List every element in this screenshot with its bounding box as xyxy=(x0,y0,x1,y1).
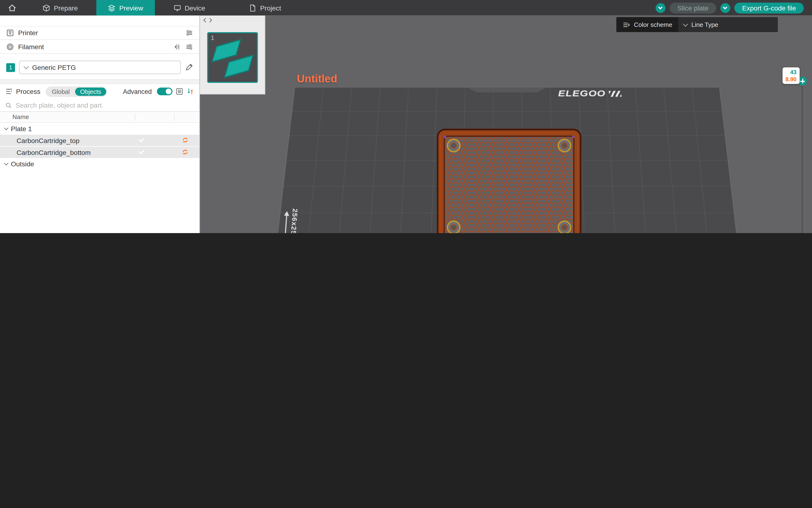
process-row: Process Global Objects Advanced xyxy=(0,84,199,99)
name-column-header: Name xyxy=(12,113,29,121)
thumb-object xyxy=(224,54,254,78)
chevron-left-icon xyxy=(204,18,208,22)
plate-thumbnail-index: 1 xyxy=(211,34,214,42)
tab-preview-label: Preview xyxy=(119,4,143,12)
plate-title: Untitled xyxy=(297,73,337,85)
app-window: Prepare Preview Device Project Slice pla… xyxy=(0,0,812,233)
object-name: CarbonCartridge_bottom xyxy=(17,149,91,156)
chevron-down-icon xyxy=(658,5,663,9)
plate-thumbnail-strip: 1 xyxy=(200,15,265,94)
chevron-down-icon xyxy=(4,161,8,165)
tab-project-label: Project xyxy=(260,4,281,12)
line-type-select[interactable]: Line Type xyxy=(678,17,778,32)
printer-icon xyxy=(6,29,14,37)
tab-prepare[interactable]: Prepare xyxy=(31,0,89,15)
object-list-header: Name xyxy=(0,112,199,123)
settings-list-icon[interactable] xyxy=(176,87,183,95)
layer-slider-top-badge: 43 8.90 xyxy=(782,67,800,84)
side-panel: Printer Filament 1 xyxy=(0,15,200,233)
plate-node-label: Plate 1 xyxy=(11,125,32,132)
chevron-down-icon xyxy=(683,21,688,26)
column-divider xyxy=(174,113,174,121)
brand-logo-text: ELEGOO xyxy=(558,88,606,98)
monitor-icon xyxy=(173,4,181,12)
process-icon xyxy=(5,87,13,95)
object-sync-icon[interactable] xyxy=(182,137,188,143)
thumb-object xyxy=(212,39,241,62)
tab-device-label: Device xyxy=(185,4,205,12)
tab-prepare-label: Prepare xyxy=(54,4,78,12)
topbar-actions: Slice plate Export G-code file xyxy=(656,0,812,15)
chevron-down-icon xyxy=(24,64,29,69)
slice-options-dropdown[interactable] xyxy=(656,3,666,12)
tree-node-plate[interactable]: Plate 1 xyxy=(0,123,199,134)
scope-toggle: Global Objects xyxy=(46,86,107,97)
filament-select[interactable]: Generic PETG xyxy=(19,60,181,74)
home-button[interactable] xyxy=(0,0,24,15)
chevron-right-icon xyxy=(208,18,212,22)
section-divider xyxy=(0,79,199,84)
top-layer-number: 43 xyxy=(785,69,797,76)
process-label: Process xyxy=(16,87,40,95)
tree-node-outside[interactable]: Outside xyxy=(0,158,199,169)
layers-icon xyxy=(108,4,116,12)
export-gcode-button[interactable]: Export G-code file xyxy=(734,2,804,13)
brand-stripes-icon xyxy=(608,90,621,96)
search-icon xyxy=(5,102,12,108)
tab-preview[interactable]: Preview xyxy=(96,0,155,15)
scope-objects-button[interactable]: Objects xyxy=(75,87,106,95)
search-input[interactable]: Search plate, object and part. xyxy=(0,99,199,112)
top-layer-height: 8.90 xyxy=(785,76,797,83)
plate-notch xyxy=(467,87,547,92)
filament-spool-icon xyxy=(6,43,14,51)
document-icon xyxy=(249,4,257,12)
chevron-down-icon xyxy=(4,125,8,130)
advanced-toggle[interactable] xyxy=(157,87,173,95)
printer-settings-icon[interactable] xyxy=(185,29,193,37)
chevron-down-icon xyxy=(723,5,727,9)
filament-label: Filament xyxy=(18,43,44,51)
filament-select-value: Generic PETG xyxy=(32,64,76,71)
filament-selector-row: 1 Generic PETG xyxy=(0,54,199,79)
printer-section-header[interactable]: Printer xyxy=(0,26,199,40)
tab-project[interactable]: Project xyxy=(237,0,292,15)
viewport-3d[interactable]: ELEGOO ELEGOO xyxy=(200,15,812,233)
plate-thumbnail-1[interactable]: 1 xyxy=(207,32,258,83)
filament-section-header[interactable]: Filament xyxy=(0,40,199,54)
model-carboncartridge-top[interactable] xyxy=(437,129,582,233)
scope-global-button[interactable]: Global xyxy=(47,87,75,95)
line-type-value: Line Type xyxy=(691,21,718,28)
object-sync-icon[interactable] xyxy=(182,149,188,156)
object-row-bottom[interactable]: CarbonCartridge_bottom xyxy=(0,146,199,158)
outside-node-label: Outside xyxy=(11,160,34,168)
edit-filament-icon[interactable] xyxy=(185,63,193,72)
top-bar: Prepare Preview Device Project Slice pla… xyxy=(0,0,812,15)
color-scheme-label: Color scheme xyxy=(634,21,672,28)
collapse-panel-button[interactable] xyxy=(204,18,212,22)
printer-label: Printer xyxy=(18,29,38,37)
panel-spacer xyxy=(0,169,199,233)
compare-settings-icon[interactable] xyxy=(186,87,194,95)
advanced-label: Advanced xyxy=(123,88,152,95)
filament-index-badge: 1 xyxy=(6,63,15,72)
cube-icon xyxy=(43,4,50,12)
column-divider xyxy=(135,113,135,121)
home-icon xyxy=(8,3,16,12)
color-scheme-header: Color scheme xyxy=(616,17,678,32)
plate-brand-top: ELEGOO xyxy=(558,88,622,98)
search-placeholder: Search plate, object and part. xyxy=(15,101,103,109)
filament-settings-icon[interactable] xyxy=(185,43,193,51)
tab-device[interactable]: Device xyxy=(162,0,217,15)
add-filament-icon[interactable] xyxy=(173,43,181,51)
object-row-top[interactable]: CarbonCartridge_top xyxy=(0,135,199,146)
object-name: CarbonCartridge_top xyxy=(17,136,80,144)
color-scheme-icon xyxy=(622,21,630,28)
slice-plate-button[interactable]: Slice plate xyxy=(670,2,716,13)
export-options-dropdown[interactable] xyxy=(720,3,730,12)
layer-slider-track[interactable] xyxy=(802,81,803,233)
color-scheme-bar: Color scheme Line Type xyxy=(616,17,778,32)
